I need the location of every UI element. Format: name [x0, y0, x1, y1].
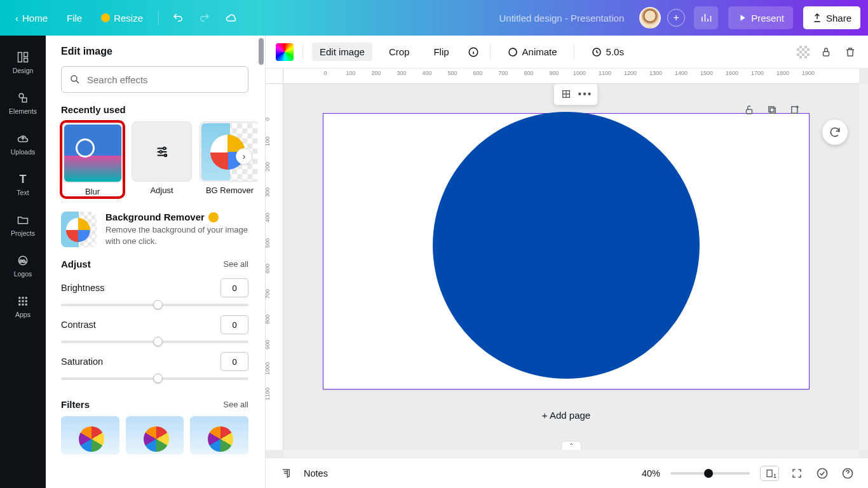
- crop-button[interactable]: Crop: [381, 43, 417, 61]
- help-button[interactable]: [840, 466, 855, 481]
- rail-projects[interactable]: Projects: [0, 205, 46, 245]
- effect-adjust[interactable]: Adjust: [132, 121, 192, 198]
- lock-button[interactable]: [818, 44, 834, 60]
- element-more-button[interactable]: •••: [577, 86, 593, 102]
- app-header: ‹ Home File Resize + Present Share: [0, 0, 868, 36]
- page-unlock-button[interactable]: [742, 103, 756, 117]
- viewport-scrollbar-vertical[interactable]: [859, 84, 868, 450]
- user-avatar[interactable]: [639, 7, 661, 29]
- filter-thumb[interactable]: [126, 416, 184, 454]
- refresh-button[interactable]: [822, 119, 848, 145]
- rail-elements[interactable]: Elements: [0, 83, 46, 123]
- circle-shape[interactable]: [433, 112, 700, 379]
- search-effects-input[interactable]: [61, 66, 248, 93]
- flip-label: Flip: [433, 46, 449, 57]
- share-button[interactable]: Share: [803, 6, 860, 29]
- panel-scrollbar[interactable]: [257, 36, 265, 488]
- undo-button[interactable]: [166, 6, 189, 29]
- rail-uploads[interactable]: Uploads: [0, 123, 46, 164]
- filter-thumb[interactable]: [190, 416, 248, 454]
- rail-apps[interactable]: Apps: [0, 286, 46, 327]
- contrast-value[interactable]: 0: [220, 315, 248, 334]
- bg-remover-promo[interactable]: Background Remover Remove the background…: [61, 212, 248, 247]
- crop-label: Crop: [389, 46, 410, 57]
- toolbar-separator: [574, 44, 574, 60]
- filter-thumb[interactable]: [61, 416, 119, 454]
- slider-knob[interactable]: [153, 300, 163, 309]
- add-page-button[interactable]: + Add page: [323, 402, 810, 428]
- rail-label: Projects: [11, 229, 35, 237]
- cloud-status[interactable]: [220, 6, 243, 29]
- element-toolbar: •••: [553, 84, 598, 105]
- element-grid-button[interactable]: [558, 86, 574, 102]
- crown-icon: [101, 13, 110, 22]
- canvas-page[interactable]: [323, 113, 810, 390]
- checklist-button[interactable]: [815, 466, 830, 481]
- animate-button[interactable]: Animate: [499, 43, 565, 62]
- contrast-slider[interactable]: [61, 341, 248, 343]
- info-icon: [468, 46, 479, 58]
- ruler-tick: 200: [266, 162, 271, 172]
- cloud-icon: [225, 11, 238, 24]
- next-effects-button[interactable]: ›: [236, 148, 252, 165]
- add-page-label: + Add page: [542, 410, 590, 421]
- slider-knob[interactable]: [153, 374, 163, 383]
- edit-image-button[interactable]: Edit image: [312, 43, 372, 61]
- rail-design[interactable]: Design: [0, 42, 46, 83]
- saturation-value[interactable]: 0: [220, 352, 248, 371]
- home-button[interactable]: ‹ Home: [8, 9, 55, 27]
- design-title-input[interactable]: [247, 13, 630, 24]
- zoom-value[interactable]: 40%: [642, 468, 660, 478]
- delete-button[interactable]: [843, 44, 858, 60]
- side-panel: Edit image Recently used Blur Adjust BG …: [46, 36, 266, 488]
- zoom-knob[interactable]: [704, 469, 713, 478]
- resize-button[interactable]: Resize: [93, 9, 151, 27]
- color-picker[interactable]: [276, 43, 294, 61]
- redo-button[interactable]: [193, 6, 216, 29]
- toolbar-separator: [490, 44, 491, 60]
- svg-rect-7: [18, 297, 20, 299]
- transparency-button[interactable]: [797, 46, 810, 58]
- effect-blur[interactable]: Blur: [61, 121, 124, 198]
- ruler-tick: 900: [266, 340, 271, 349]
- zoom-slider[interactable]: [670, 472, 750, 475]
- scrollbar-thumb[interactable]: [259, 38, 264, 65]
- ruler-tick: 1500: [700, 70, 713, 76]
- filters-see-all[interactable]: See all: [223, 400, 248, 409]
- present-button[interactable]: Present: [728, 6, 793, 29]
- notes-label[interactable]: Notes: [304, 468, 328, 478]
- page-add-button[interactable]: [788, 103, 802, 117]
- fullscreen-button[interactable]: [789, 466, 804, 481]
- effect-label: BG Remover: [206, 186, 254, 195]
- undo-icon: [172, 12, 184, 24]
- bg-remover-thumb: [61, 212, 97, 247]
- notes-button[interactable]: [278, 466, 294, 481]
- canvas-viewport[interactable]: ••• + Add page ⌃: [283, 84, 859, 450]
- slider-knob[interactable]: [153, 337, 163, 346]
- file-menu[interactable]: File: [59, 9, 90, 27]
- ruler-tick: 100: [346, 70, 355, 76]
- viewport-scrollbar-horizontal[interactable]: [283, 450, 859, 458]
- ruler-tick: 400: [422, 70, 431, 76]
- rail-label: Apps: [15, 311, 31, 318]
- file-label: File: [67, 13, 82, 24]
- duration-button[interactable]: 5.0s: [583, 43, 632, 62]
- page-indicator[interactable]: 1: [760, 466, 779, 481]
- rail-logos[interactable]: CO. Logos: [0, 245, 46, 286]
- ruler-tick: 800: [524, 70, 533, 76]
- adjust-see-all[interactable]: See all: [223, 259, 248, 269]
- timeline-handle[interactable]: ⌃: [561, 441, 581, 450]
- page-duplicate-button[interactable]: [765, 103, 779, 117]
- brightness-value[interactable]: 0: [220, 278, 248, 297]
- search-field[interactable]: [87, 74, 240, 85]
- rail-text[interactable]: T Text: [0, 164, 46, 205]
- svg-rect-0: [18, 53, 22, 62]
- brightness-slider[interactable]: [61, 304, 248, 306]
- info-button[interactable]: [466, 44, 481, 60]
- insights-button[interactable]: [694, 6, 718, 29]
- flip-button[interactable]: Flip: [426, 43, 456, 61]
- svg-rect-27: [769, 107, 774, 112]
- saturation-slider[interactable]: [61, 377, 248, 380]
- ruler-tick: 1300: [649, 70, 662, 76]
- add-member-button[interactable]: +: [667, 9, 685, 27]
